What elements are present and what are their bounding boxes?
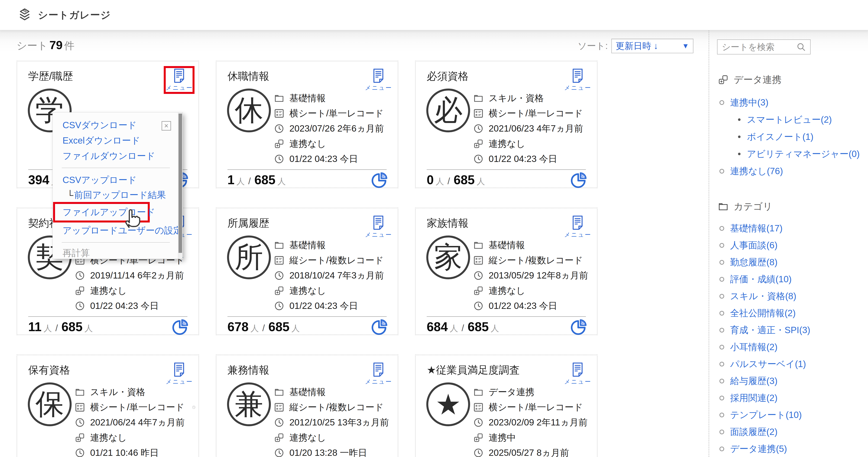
menu-scrollbar[interactable]	[178, 113, 183, 259]
card-menu-button[interactable]: メニュー	[365, 68, 392, 92]
context-menu-items: CSVダウンロード Excelダウンロード ファイルダウンロード CSVアップロ…	[53, 113, 183, 259]
context-menu-item-label[interactable]: Excelダウンロード	[63, 134, 140, 147]
category-filter-link[interactable]: 給与履歴(3)	[717, 373, 868, 390]
card-menu-button[interactable]: メニュー	[564, 68, 591, 92]
category-filter-label[interactable]: 基礎情報(17)	[730, 222, 782, 235]
pie-chart-icon[interactable]	[569, 171, 588, 190]
category-filter-link[interactable]: 面談履歴(2)	[717, 424, 868, 440]
integration-filter-link[interactable]: スマートレビュー(2)	[717, 111, 868, 128]
context-menu-item-label[interactable]: 再計算	[63, 247, 90, 259]
card-menu-button[interactable]: メニュー	[365, 362, 392, 386]
pie-chart-icon[interactable]	[370, 318, 389, 337]
search-icon[interactable]	[796, 42, 806, 52]
category-filter-label[interactable]: 面談履歴(2)	[730, 426, 777, 438]
context-menu-item[interactable]: CSVアップロード	[62, 172, 169, 188]
context-menu-item[interactable]: Excelダウンロード	[62, 133, 169, 148]
context-menu-item-label[interactable]: CSVアップロード	[63, 174, 137, 186]
sort-dropdown[interactable]: 更新日時 ↓ ▼	[611, 39, 693, 53]
integration-filter-label[interactable]: アビリティマネージャー(0)	[747, 148, 860, 160]
document-menu-icon[interactable]	[173, 362, 185, 377]
document-menu-icon[interactable]	[372, 68, 385, 84]
menu-scrollbar-thumb[interactable]	[179, 114, 182, 253]
category-filter-label[interactable]: 採用関連(2)	[730, 392, 777, 404]
context-menu-item[interactable]: CSVダウンロード	[62, 118, 169, 133]
integration-filter-label[interactable]: 連携中(3)	[730, 96, 768, 109]
context-menu-item[interactable]: アップロードユーザーの設定	[62, 223, 169, 238]
card-menu-button[interactable]: メニュー	[166, 68, 192, 92]
category-folder-icon	[274, 93, 284, 103]
card-menu-button[interactable]: メニュー	[365, 215, 392, 239]
sheet-info-text: 2023/02/09 2年11ヵ月前	[489, 416, 587, 429]
integration-filter-link[interactable]: 連携なし(76)	[717, 162, 868, 180]
category-filter-label[interactable]: テンプレート(10)	[730, 409, 802, 421]
category-filter-link[interactable]: 基礎情報(17)	[717, 220, 868, 237]
sheet-card[interactable]: 所属履歴 メニュー 所	[216, 208, 398, 335]
document-menu-icon[interactable]	[372, 362, 385, 377]
chevron-down-icon[interactable]: ▼	[682, 42, 689, 50]
category-filter-link[interactable]: テンプレート(10)	[717, 406, 868, 424]
integration-filter-link[interactable]: ボイスノート(1)	[717, 128, 868, 145]
document-menu-icon[interactable]	[173, 68, 185, 84]
context-menu-item[interactable]: 再計算	[62, 247, 169, 259]
category-filter-link[interactable]: 人事面談(6)	[717, 237, 868, 254]
card-menu-button[interactable]: メニュー	[166, 362, 192, 386]
context-menu-item-label[interactable]: ファイルダウンロード	[63, 150, 155, 162]
integration-filter-label[interactable]: ボイスノート(1)	[747, 131, 813, 143]
sheet-card[interactable]: 必須資格 メニュー 必	[415, 61, 597, 188]
member-total-unit: 人	[85, 323, 93, 334]
sheet-search-box[interactable]	[717, 39, 811, 55]
category-filter-link[interactable]: スキル・資格(8)	[717, 288, 868, 305]
card-menu-button[interactable]: メニュー	[564, 362, 591, 386]
sheet-info-row: スキル・資格	[473, 91, 594, 106]
integration-filter-link[interactable]: 連携中(3)	[717, 94, 868, 111]
category-filter-label[interactable]: 全社公開情報(2)	[730, 307, 796, 319]
document-menu-icon[interactable]	[571, 362, 584, 377]
search-input[interactable]	[721, 42, 796, 52]
category-filter-label[interactable]: パルスサーベイ(1)	[730, 358, 806, 370]
category-filter-label[interactable]: スキル・資格(8)	[730, 290, 796, 302]
sheet-card[interactable]: ★従業員満足度調査 メニュー ★	[415, 355, 597, 457]
category-filter-link[interactable]: 小耳情報(2)	[717, 339, 868, 356]
context-menu-item-label[interactable]: CSVダウンロード	[63, 119, 137, 131]
category-filter-link[interactable]: データ連携(5)	[717, 440, 868, 457]
category-filter-label[interactable]: 育成・適正・SPI(3)	[730, 324, 810, 336]
document-menu-icon[interactable]	[571, 215, 584, 231]
sheet-card[interactable]: 保有資格 メニュー 保	[17, 355, 199, 457]
category-filter-label[interactable]: 小耳情報(2)	[730, 341, 777, 353]
sheet-info-text: 連携なし	[289, 138, 326, 150]
card-menu-button[interactable]: メニュー	[564, 215, 591, 239]
category-filter-link[interactable]: 全社公開情報(2)	[717, 305, 868, 322]
card-member-counts: 678 人 / 685 人	[227, 319, 300, 334]
context-menu-item[interactable]: └ 前回アップロード結果	[62, 188, 169, 202]
context-menu-item-label[interactable]: 前回アップロード結果	[74, 189, 166, 201]
document-menu-icon[interactable]	[372, 215, 385, 231]
category-filter-link[interactable]: 育成・適正・SPI(3)	[717, 322, 868, 339]
pie-chart-icon[interactable]	[569, 318, 588, 337]
pie-chart-icon[interactable]	[370, 171, 389, 190]
context-menu-item[interactable]: ファイルダウンロード	[62, 148, 169, 164]
sheet-card[interactable]: 家族情報 メニュー 家	[415, 208, 597, 335]
document-menu-icon[interactable]	[571, 68, 584, 84]
category-filter-link[interactable]: 採用関連(2)	[717, 390, 868, 406]
integration-filter-label[interactable]: スマートレビュー(2)	[747, 114, 832, 126]
category-filter-link[interactable]: パルスサーベイ(1)	[717, 356, 868, 373]
sheet-card[interactable]: 兼務情報 メニュー 兼	[216, 355, 398, 457]
sheet-count-prefix: シート	[17, 40, 48, 51]
member-total: 685	[468, 319, 489, 334]
pie-chart-icon[interactable]	[171, 318, 190, 337]
sheet-card[interactable]: 休職情報 メニュー 休	[216, 61, 398, 188]
category-filter-label[interactable]: 人事面談(6)	[730, 239, 777, 251]
category-filter-link[interactable]: 評価・成績(10)	[717, 271, 868, 288]
data-link-icon	[473, 139, 484, 149]
sheet-info-row: 連携なし	[473, 136, 594, 151]
category-filter-link[interactable]: 勤怠履歴(8)	[717, 254, 868, 271]
category-filter-label[interactable]: データ連携(5)	[730, 443, 787, 455]
circle-bullet-icon	[719, 277, 724, 282]
category-filter-label[interactable]: 勤怠履歴(8)	[730, 256, 777, 269]
category-filter-label[interactable]: 評価・成績(10)	[730, 273, 792, 285]
integration-filter-link[interactable]: アビリティマネージャー(0)	[717, 145, 868, 162]
category-filter-label[interactable]: 給与履歴(3)	[730, 375, 777, 387]
card-member-counts: 11 人 / 685 人	[28, 319, 93, 334]
integration-filter-label[interactable]: 連携なし(76)	[730, 165, 783, 177]
sheet-info-row: 縦シート/複数レコード	[274, 253, 395, 268]
